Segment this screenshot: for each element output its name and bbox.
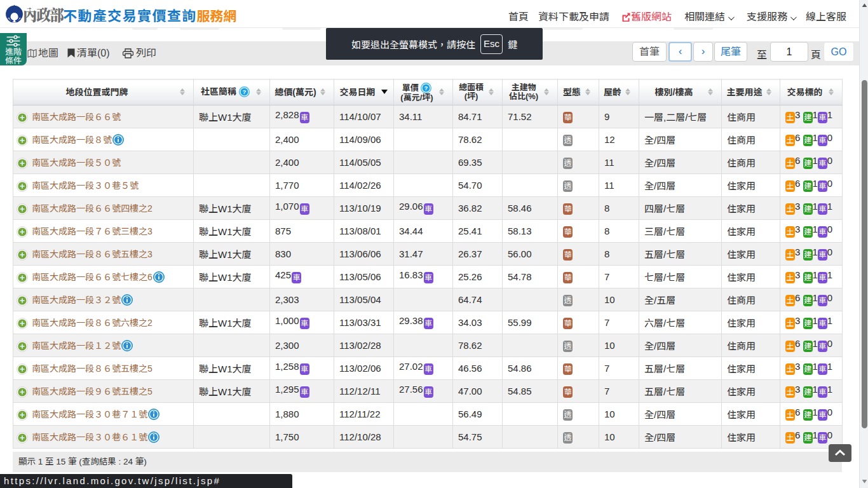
- svg-text:?: ?: [424, 84, 428, 91]
- svg-text:?: ?: [243, 88, 247, 95]
